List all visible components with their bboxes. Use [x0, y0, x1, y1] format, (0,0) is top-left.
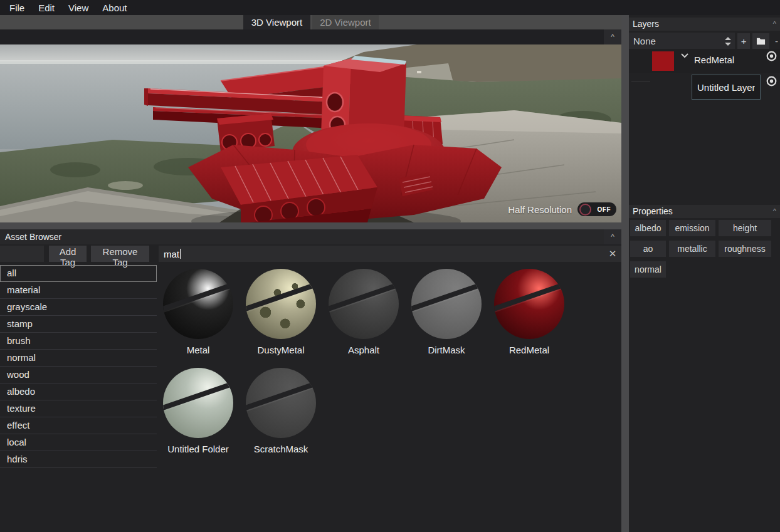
viewport-tabs: 3D Viewport 2D Viewport [0, 15, 621, 29]
properties-panel-header: Properties ^ [629, 205, 780, 218]
folder-icon [756, 37, 766, 45]
channel-button-height[interactable]: height [719, 220, 771, 236]
layers-title: Layers [633, 19, 659, 29]
layer-name: RedMetal [694, 55, 734, 65]
tag-name-input[interactable] [0, 246, 44, 262]
collapse-layers-icon[interactable]: ^ [773, 18, 776, 31]
collapse-asset-browser-icon[interactable]: ^ [604, 229, 621, 244]
add-tag-button[interactable]: Add Tag [49, 246, 87, 262]
tag-item-albedo[interactable]: albedo [0, 383, 157, 400]
asset-name: ScratchMask [240, 444, 322, 454]
tag-item-brush[interactable]: brush [0, 333, 157, 350]
channel-buttons: albedoemissionheightaometallicroughnessn… [630, 220, 773, 278]
menu-file[interactable]: File [4, 3, 30, 13]
tag-item-stamp[interactable]: stamp [0, 316, 157, 333]
asset-grid: MetalDustyMetalAsphaltDirtMaskRedMetalUn… [157, 266, 574, 464]
clear-search-icon[interactable]: ✕ [604, 246, 621, 262]
sphere-cut-line [163, 379, 233, 413]
channel-button-roughness[interactable]: roughness [719, 241, 771, 257]
right-panel: Layers ^ None + - RedMetal [629, 15, 780, 532]
tag-item-material[interactable]: material [0, 282, 157, 299]
asset-name: DirtMask [405, 345, 488, 355]
layer-thumbnail[interactable] [652, 51, 674, 71]
sphere-cut-line [246, 280, 316, 314]
rendered-scene [0, 44, 621, 222]
half-resolution-toggle[interactable]: OFF [577, 202, 616, 216]
asset-browser-panel: Asset Browser ^ Add Tag Remove Tag mat ✕… [0, 229, 621, 532]
tab-3d-viewport[interactable]: 3D Viewport [243, 15, 310, 29]
toggle-knob-icon [579, 204, 591, 216]
asset-browser-title: Asset Browser [5, 232, 61, 242]
channel-button-ao[interactable]: ao [630, 241, 666, 257]
layers-toolbar: None + - [629, 33, 780, 50]
channel-button-metallic[interactable]: metallic [669, 241, 715, 257]
tag-item-wood[interactable]: wood [0, 367, 157, 383]
channel-button-albedo[interactable]: albedo [630, 220, 666, 236]
material-preview-sphere [246, 269, 316, 339]
channel-button-emission[interactable]: emission [669, 220, 715, 236]
sphere-cut-line [411, 280, 482, 314]
tag-item-effect[interactable]: effect [0, 417, 157, 434]
material-preview-sphere [329, 269, 399, 339]
visibility-eye-icon[interactable] [766, 75, 777, 87]
asset-name: RedMetal [488, 345, 571, 355]
tag-item-normal[interactable]: normal [0, 350, 157, 367]
asset-tile-metal[interactable]: Metal [157, 266, 240, 365]
text-caret [180, 249, 181, 259]
layer-row-redmetal[interactable]: RedMetal [629, 49, 780, 73]
chevron-down-icon[interactable] [680, 53, 689, 58]
asset-name: Asphalt [322, 345, 405, 355]
material-preview-sphere [494, 269, 564, 339]
material-preview-sphere [411, 269, 482, 339]
asset-tile-asphalt[interactable]: Asphalt [322, 266, 405, 365]
layers-panel-header: Layers ^ [629, 18, 780, 31]
remove-tag-button[interactable]: Remove Tag [91, 246, 149, 262]
layer-mask-dropdown[interactable]: None [629, 33, 735, 50]
properties-title: Properties [633, 206, 673, 216]
new-folder-button[interactable] [752, 33, 769, 49]
menu-bar: FileEditViewAbout [0, 0, 780, 15]
tab-2d-viewport[interactable]: 2D Viewport [312, 15, 379, 29]
sphere-cut-line [163, 280, 233, 314]
asset-tile-dustymetal[interactable]: DustyMetal [240, 266, 322, 365]
asset-browser-toolbar: Add Tag Remove Tag mat ✕ [0, 246, 621, 262]
material-preview-sphere [163, 269, 233, 339]
channel-button-normal[interactable]: normal [630, 261, 666, 278]
tree-indent-line [631, 81, 650, 81]
asset-browser-header: Asset Browser ^ [0, 229, 621, 244]
vertical-splitter[interactable] [621, 15, 629, 532]
sphere-cut-line [246, 379, 316, 413]
tag-item-grayscale[interactable]: grayscale [0, 299, 157, 316]
asset-tile-redmetal[interactable]: RedMetal [488, 266, 571, 365]
remove-layer-button[interactable]: - [773, 33, 780, 49]
horizontal-splitter[interactable] [0, 222, 621, 229]
tag-item-texture[interactable]: texture [0, 400, 157, 417]
sphere-cut-line [494, 280, 564, 314]
collapse-properties-icon[interactable]: ^ [773, 205, 776, 218]
layer-rename-input[interactable] [692, 75, 761, 100]
tag-list: allmaterialgrayscalestampbrushnormalwood… [0, 265, 157, 468]
asset-tile-dirtmask[interactable]: DirtMask [405, 266, 488, 365]
3d-viewport-canvas[interactable]: Half Resolution OFF [0, 44, 621, 222]
asset-name: Metal [157, 345, 240, 355]
material-preview-sphere [246, 368, 316, 438]
menu-about[interactable]: About [97, 3, 132, 13]
tag-item-all[interactable]: all [0, 265, 157, 282]
search-input[interactable]: mat ✕ [159, 246, 621, 262]
asset-tile-scratchmask[interactable]: ScratchMask [240, 365, 322, 464]
main-column: 3D Viewport 2D Viewport ^ [0, 15, 621, 532]
asset-tile-untitled-folder[interactable]: Untitled Folder [157, 365, 240, 464]
menu-edit[interactable]: Edit [33, 3, 60, 13]
material-preview-sphere [163, 368, 233, 438]
tag-item-hdris[interactable]: hdris [0, 451, 157, 468]
sphere-cut-line [329, 280, 399, 314]
updown-arrows-icon [725, 37, 731, 46]
asset-name: Untitled Folder [157, 444, 240, 454]
dropdown-selected-value: None [633, 36, 656, 46]
menu-view[interactable]: View [63, 3, 94, 13]
visibility-eye-icon[interactable] [766, 50, 777, 62]
layer-row-untitled[interactable] [629, 73, 780, 103]
collapse-viewport-icon[interactable]: ^ [604, 29, 621, 44]
add-layer-button[interactable]: + [737, 33, 750, 49]
tag-item-local[interactable]: local [0, 434, 157, 451]
